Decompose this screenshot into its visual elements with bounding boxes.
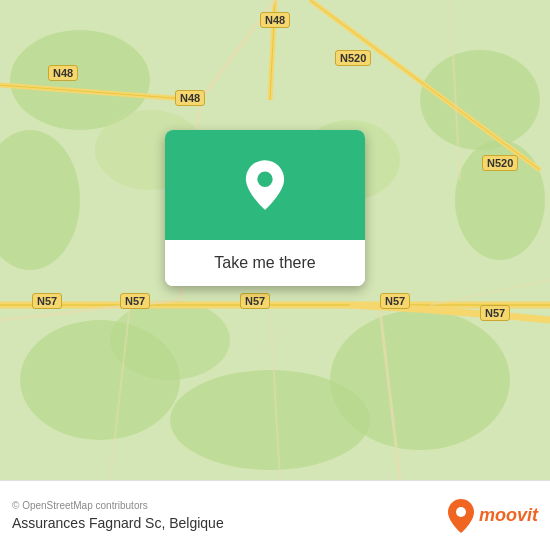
take-me-there-button[interactable]: Take me there bbox=[165, 240, 365, 286]
road-label-n57-right: N57 bbox=[480, 305, 510, 321]
svg-point-7 bbox=[170, 370, 370, 470]
moovit-logo: moovit bbox=[447, 498, 538, 534]
svg-point-28 bbox=[456, 507, 466, 517]
place-name: Assurances Fagnard Sc, Belgique bbox=[12, 515, 224, 531]
road-label-n520-top: N520 bbox=[335, 50, 371, 66]
svg-point-27 bbox=[257, 172, 272, 187]
road-label-n57-mid-left: N57 bbox=[120, 293, 150, 309]
moovit-pin-icon bbox=[447, 498, 475, 534]
popup-header bbox=[165, 130, 365, 240]
svg-point-9 bbox=[110, 300, 230, 380]
road-label-n48-mid: N48 bbox=[175, 90, 205, 106]
copyright-text: © OpenStreetMap contributors bbox=[12, 500, 224, 511]
svg-point-3 bbox=[420, 50, 540, 150]
popup-card: Take me there bbox=[165, 130, 365, 286]
road-label-n57-left: N57 bbox=[32, 293, 62, 309]
road-label-n57-mid-right: N57 bbox=[380, 293, 410, 309]
road-label-n48-top: N48 bbox=[260, 12, 290, 28]
road-label-n48-left: N48 bbox=[48, 65, 78, 81]
bottom-info: © OpenStreetMap contributors Assurances … bbox=[12, 500, 224, 531]
moovit-brand-text: moovit bbox=[479, 505, 538, 526]
map-container: N48 N48 N48 N520 N520 N57 N57 N57 N57 N5… bbox=[0, 0, 550, 480]
bottom-bar: © OpenStreetMap contributors Assurances … bbox=[0, 480, 550, 550]
location-pin-icon bbox=[243, 158, 287, 212]
road-label-n520-right: N520 bbox=[482, 155, 518, 171]
road-label-n57-mid: N57 bbox=[240, 293, 270, 309]
